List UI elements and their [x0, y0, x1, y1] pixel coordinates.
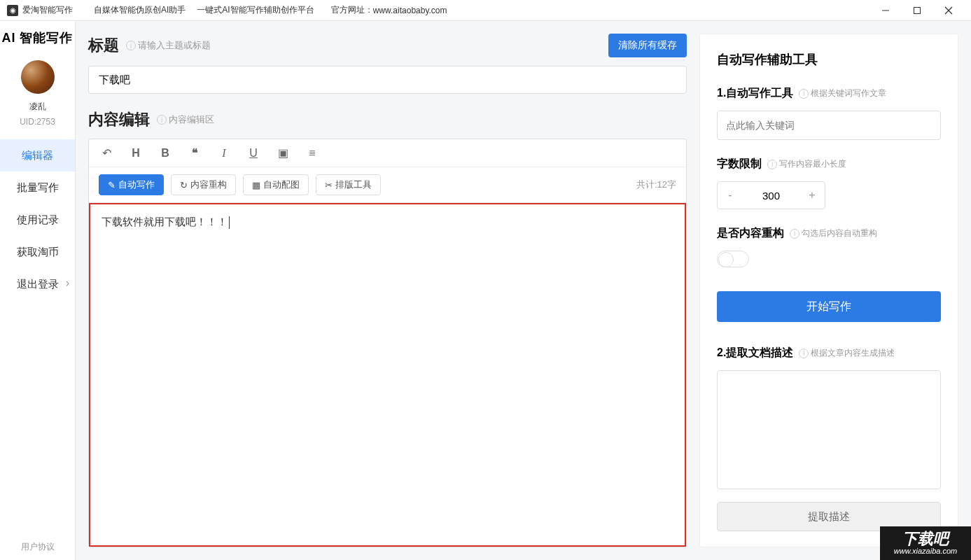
word-limit-stepper: - 300 +: [717, 181, 825, 209]
info-icon: i: [790, 229, 799, 239]
nav-history[interactable]: 使用记录: [0, 204, 75, 236]
picture-icon: ▦: [252, 180, 260, 190]
title-label: 标题: [88, 35, 119, 56]
action-toolbar: ✎自动写作 ↻内容重构 ▦自动配图 ✂排版工具 共计:12字: [89, 167, 686, 203]
minimize-button[interactable]: [869, 0, 901, 21]
nav-editor[interactable]: 编辑器: [0, 139, 75, 172]
restructure-label: 是否内容重构: [717, 226, 784, 241]
bold-icon[interactable]: B: [158, 147, 173, 160]
char-count: 共计:12字: [636, 178, 676, 191]
italic-icon[interactable]: I: [216, 147, 232, 160]
auto-write-button[interactable]: ✎自动写作: [99, 174, 164, 195]
logo: AI 智能写作: [1, 29, 73, 46]
stepper-decrease[interactable]: -: [718, 182, 743, 209]
quote-icon[interactable]: ❝: [187, 146, 202, 160]
app-icon: ◉: [7, 5, 18, 16]
content-hint: i 内容编辑区: [157, 113, 214, 126]
titlebar: ◉ 爱淘智能写作 自媒体智能伪原创AI助手 一键式AI智能写作辅助创作平台 官方…: [0, 0, 971, 21]
panel-title: 自动写作辅助工具: [717, 51, 941, 68]
align-icon[interactable]: ≡: [305, 147, 320, 160]
layout-icon: ✂: [325, 180, 333, 190]
underline-icon[interactable]: U: [246, 147, 261, 160]
maximize-button[interactable]: [901, 0, 932, 21]
close-button[interactable]: [932, 0, 964, 21]
stepper-value[interactable]: 300: [743, 182, 799, 209]
refresh-icon: ↻: [180, 180, 188, 190]
section1-label: 1.自动写作工具: [717, 86, 793, 101]
website-url: www.aitaobaby.com: [373, 6, 447, 15]
word-limit-label: 字数限制: [717, 157, 762, 172]
content-label: 内容编辑: [88, 109, 150, 130]
start-writing-button[interactable]: 开始写作: [717, 291, 941, 322]
website-label: 官方网址：: [331, 4, 373, 16]
info-icon: i: [799, 349, 809, 358]
title-input[interactable]: [88, 66, 687, 94]
sidebar: AI 智能写作 凌乱 UID:2753 编辑器 批量写作 使用记录 获取淘币 退…: [0, 21, 76, 560]
user-id: UID:2753: [20, 117, 55, 127]
watermark: 下载吧 www.xiazaiba.com: [880, 526, 971, 560]
section1-hint: i根据关键词写作文章: [799, 88, 886, 99]
editor-panel: 标题 i 请输入主题或标题 清除所有缓存 内容编辑 i 内容编辑区 ↶: [88, 34, 687, 547]
image-icon[interactable]: ▣: [275, 146, 291, 160]
user-agreement-link[interactable]: 用户协议: [21, 541, 55, 553]
pencil-icon: ✎: [108, 180, 116, 190]
restructure-button[interactable]: ↻内容重构: [171, 174, 236, 195]
editor-box: ↶ H B ❝ I U ▣ ≡ ✎自动写作 ↻内容重构 ▦自动配图 ✂排版工具 …: [88, 139, 687, 547]
format-toolbar: ↶ H B ❝ I U ▣ ≡: [89, 139, 686, 167]
title-hint: i 请输入主题或标题: [126, 39, 211, 52]
info-icon: i: [157, 115, 167, 125]
section2-hint: i根据文章内容生成描述: [799, 347, 895, 359]
editor-content-area[interactable]: 下载软件就用下载吧！！！: [89, 203, 686, 547]
side-tools-panel: 自动写作辅助工具 1.自动写作工具 i根据关键词写作文章 字数限制 i写作内容最…: [699, 34, 958, 547]
nav-coins[interactable]: 获取淘币: [0, 236, 75, 268]
text-cursor: [229, 216, 230, 229]
info-icon: i: [767, 160, 777, 169]
app-name: 爱淘智能写作: [22, 4, 73, 16]
clear-cache-button[interactable]: 清除所有缓存: [608, 34, 687, 57]
avatar[interactable]: [21, 60, 55, 94]
nav-logout[interactable]: 退出登录: [0, 268, 75, 300]
svg-rect-1: [914, 7, 920, 13]
app-subtitle-2: 一键式AI智能写作辅助创作平台: [197, 4, 314, 16]
username: 凌乱: [29, 101, 46, 113]
description-textarea[interactable]: [717, 370, 941, 489]
undo-icon[interactable]: ↶: [99, 146, 114, 160]
word-limit-hint: i写作内容最小长度: [767, 158, 846, 170]
auto-image-button[interactable]: ▦自动配图: [243, 174, 309, 195]
restructure-hint: i勾选后内容自动重构: [790, 227, 877, 239]
stepper-increase[interactable]: +: [799, 182, 825, 209]
restructure-toggle[interactable]: [717, 251, 749, 267]
heading-icon[interactable]: H: [128, 147, 144, 160]
app-subtitle-1: 自媒体智能伪原创AI助手: [94, 4, 186, 16]
info-icon: i: [799, 89, 809, 99]
nav-batch-write[interactable]: 批量写作: [0, 172, 75, 204]
keyword-input[interactable]: [717, 111, 941, 140]
section2-label: 2.提取文档描述: [717, 346, 793, 360]
info-icon: i: [126, 41, 136, 50]
layout-tool-button[interactable]: ✂排版工具: [316, 174, 381, 195]
